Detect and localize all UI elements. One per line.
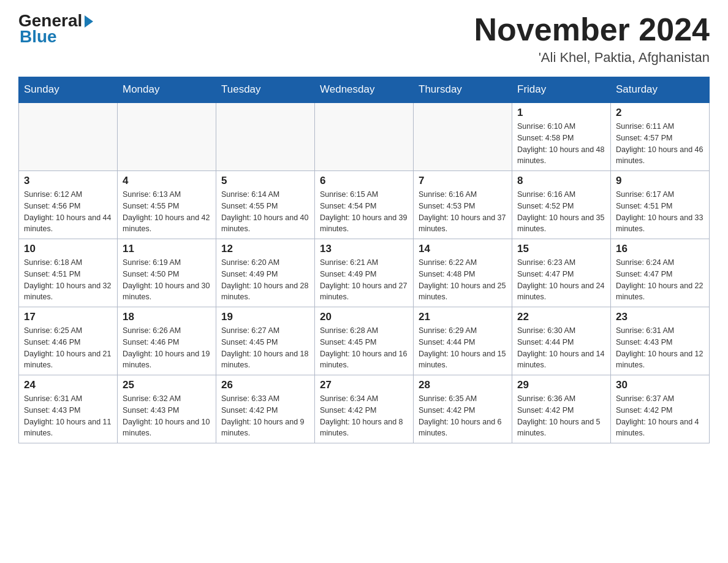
day-sun-info: Sunrise: 6:27 AM Sunset: 4:45 PM Dayligh… bbox=[221, 325, 309, 371]
calendar-cell: 28Sunrise: 6:35 AM Sunset: 4:42 PM Dayli… bbox=[414, 375, 512, 443]
day-sun-info: Sunrise: 6:16 AM Sunset: 4:52 PM Dayligh… bbox=[517, 189, 605, 235]
day-sun-info: Sunrise: 6:22 AM Sunset: 4:48 PM Dayligh… bbox=[419, 257, 507, 303]
logo: General Blue bbox=[18, 12, 93, 47]
weekday-header-friday: Friday bbox=[512, 77, 611, 103]
weekday-header-wednesday: Wednesday bbox=[315, 77, 414, 103]
day-sun-info: Sunrise: 6:31 AM Sunset: 4:43 PM Dayligh… bbox=[616, 325, 704, 371]
day-number: 5 bbox=[221, 175, 309, 187]
month-year-title: November 2024 bbox=[474, 12, 710, 47]
calendar-week-row: 17Sunrise: 6:25 AM Sunset: 4:46 PM Dayli… bbox=[19, 307, 710, 375]
calendar-cell: 4Sunrise: 6:13 AM Sunset: 4:55 PM Daylig… bbox=[118, 171, 216, 239]
day-number: 4 bbox=[123, 175, 211, 187]
day-number: 19 bbox=[221, 311, 309, 323]
day-number: 3 bbox=[24, 175, 112, 187]
calendar-week-row: 24Sunrise: 6:31 AM Sunset: 4:43 PM Dayli… bbox=[19, 375, 710, 443]
logo-arrow-icon bbox=[85, 15, 93, 28]
day-number: 29 bbox=[517, 379, 605, 391]
day-sun-info: Sunrise: 6:36 AM Sunset: 4:42 PM Dayligh… bbox=[517, 393, 605, 439]
calendar-cell: 6Sunrise: 6:15 AM Sunset: 4:54 PM Daylig… bbox=[315, 171, 414, 239]
weekday-header-row: SundayMondayTuesdayWednesdayThursdayFrid… bbox=[19, 77, 710, 103]
calendar-table: SundayMondayTuesdayWednesdayThursdayFrid… bbox=[18, 77, 710, 443]
calendar-cell: 22Sunrise: 6:30 AM Sunset: 4:44 PM Dayli… bbox=[512, 307, 611, 375]
calendar-cell: 14Sunrise: 6:22 AM Sunset: 4:48 PM Dayli… bbox=[414, 239, 512, 307]
day-sun-info: Sunrise: 6:26 AM Sunset: 4:46 PM Dayligh… bbox=[123, 325, 211, 371]
calendar-cell: 17Sunrise: 6:25 AM Sunset: 4:46 PM Dayli… bbox=[19, 307, 118, 375]
weekday-header-tuesday: Tuesday bbox=[216, 77, 315, 103]
day-sun-info: Sunrise: 6:19 AM Sunset: 4:50 PM Dayligh… bbox=[123, 257, 211, 303]
day-sun-info: Sunrise: 6:11 AM Sunset: 4:57 PM Dayligh… bbox=[616, 121, 704, 167]
day-number: 13 bbox=[320, 243, 408, 255]
calendar-cell bbox=[414, 102, 512, 171]
day-number: 26 bbox=[221, 379, 309, 391]
day-number: 22 bbox=[517, 311, 605, 323]
calendar-cell: 7Sunrise: 6:16 AM Sunset: 4:53 PM Daylig… bbox=[414, 171, 512, 239]
day-sun-info: Sunrise: 6:28 AM Sunset: 4:45 PM Dayligh… bbox=[320, 325, 408, 371]
day-number: 7 bbox=[419, 175, 507, 187]
calendar-cell: 12Sunrise: 6:20 AM Sunset: 4:49 PM Dayli… bbox=[216, 239, 315, 307]
day-number: 14 bbox=[419, 243, 507, 255]
location-subtitle: 'Ali Khel, Paktia, Afghanistan bbox=[474, 50, 710, 66]
page-header: General Blue November 2024 'Ali Khel, Pa… bbox=[18, 12, 710, 66]
day-sun-info: Sunrise: 6:14 AM Sunset: 4:55 PM Dayligh… bbox=[221, 189, 309, 235]
day-number: 20 bbox=[320, 311, 408, 323]
calendar-cell: 27Sunrise: 6:34 AM Sunset: 4:42 PM Dayli… bbox=[315, 375, 414, 443]
day-number: 27 bbox=[320, 379, 408, 391]
calendar-cell: 20Sunrise: 6:28 AM Sunset: 4:45 PM Dayli… bbox=[315, 307, 414, 375]
calendar-cell: 26Sunrise: 6:33 AM Sunset: 4:42 PM Dayli… bbox=[216, 375, 315, 443]
day-number: 18 bbox=[123, 311, 211, 323]
day-number: 1 bbox=[517, 107, 605, 119]
day-sun-info: Sunrise: 6:18 AM Sunset: 4:51 PM Dayligh… bbox=[24, 257, 112, 303]
day-number: 8 bbox=[517, 175, 605, 187]
day-number: 10 bbox=[24, 243, 112, 255]
day-sun-info: Sunrise: 6:15 AM Sunset: 4:54 PM Dayligh… bbox=[320, 189, 408, 235]
day-number: 28 bbox=[419, 379, 507, 391]
day-sun-info: Sunrise: 6:37 AM Sunset: 4:42 PM Dayligh… bbox=[616, 393, 704, 439]
day-number: 12 bbox=[221, 243, 309, 255]
calendar-cell: 1Sunrise: 6:10 AM Sunset: 4:58 PM Daylig… bbox=[512, 102, 611, 171]
calendar-cell: 29Sunrise: 6:36 AM Sunset: 4:42 PM Dayli… bbox=[512, 375, 611, 443]
day-sun-info: Sunrise: 6:21 AM Sunset: 4:49 PM Dayligh… bbox=[320, 257, 408, 303]
calendar-cell: 24Sunrise: 6:31 AM Sunset: 4:43 PM Dayli… bbox=[19, 375, 118, 443]
calendar-week-row: 10Sunrise: 6:18 AM Sunset: 4:51 PM Dayli… bbox=[19, 239, 710, 307]
day-sun-info: Sunrise: 6:13 AM Sunset: 4:55 PM Dayligh… bbox=[123, 189, 211, 235]
calendar-cell: 23Sunrise: 6:31 AM Sunset: 4:43 PM Dayli… bbox=[611, 307, 710, 375]
day-sun-info: Sunrise: 6:30 AM Sunset: 4:44 PM Dayligh… bbox=[517, 325, 605, 371]
day-number: 25 bbox=[123, 379, 211, 391]
day-sun-info: Sunrise: 6:33 AM Sunset: 4:42 PM Dayligh… bbox=[221, 393, 309, 439]
day-sun-info: Sunrise: 6:31 AM Sunset: 4:43 PM Dayligh… bbox=[24, 393, 112, 439]
calendar-week-row: 1Sunrise: 6:10 AM Sunset: 4:58 PM Daylig… bbox=[19, 102, 710, 171]
day-sun-info: Sunrise: 6:34 AM Sunset: 4:42 PM Dayligh… bbox=[320, 393, 408, 439]
calendar-cell: 11Sunrise: 6:19 AM Sunset: 4:50 PM Dayli… bbox=[118, 239, 216, 307]
calendar-cell: 9Sunrise: 6:17 AM Sunset: 4:51 PM Daylig… bbox=[611, 171, 710, 239]
title-section: November 2024 'Ali Khel, Paktia, Afghani… bbox=[474, 12, 710, 66]
day-sun-info: Sunrise: 6:10 AM Sunset: 4:58 PM Dayligh… bbox=[517, 121, 605, 167]
day-sun-info: Sunrise: 6:29 AM Sunset: 4:44 PM Dayligh… bbox=[419, 325, 507, 371]
calendar-cell: 18Sunrise: 6:26 AM Sunset: 4:46 PM Dayli… bbox=[118, 307, 216, 375]
calendar-cell: 15Sunrise: 6:23 AM Sunset: 4:47 PM Dayli… bbox=[512, 239, 611, 307]
day-sun-info: Sunrise: 6:25 AM Sunset: 4:46 PM Dayligh… bbox=[24, 325, 112, 371]
day-sun-info: Sunrise: 6:23 AM Sunset: 4:47 PM Dayligh… bbox=[517, 257, 605, 303]
day-number: 2 bbox=[616, 107, 704, 119]
day-number: 23 bbox=[616, 311, 704, 323]
calendar-cell: 5Sunrise: 6:14 AM Sunset: 4:55 PM Daylig… bbox=[216, 171, 315, 239]
calendar-cell: 21Sunrise: 6:29 AM Sunset: 4:44 PM Dayli… bbox=[414, 307, 512, 375]
calendar-cell bbox=[216, 102, 315, 171]
calendar-cell bbox=[19, 102, 118, 171]
day-number: 16 bbox=[616, 243, 704, 255]
calendar-cell: 2Sunrise: 6:11 AM Sunset: 4:57 PM Daylig… bbox=[611, 102, 710, 171]
calendar-cell: 16Sunrise: 6:24 AM Sunset: 4:47 PM Dayli… bbox=[611, 239, 710, 307]
day-sun-info: Sunrise: 6:17 AM Sunset: 4:51 PM Dayligh… bbox=[616, 189, 704, 235]
day-number: 30 bbox=[616, 379, 704, 391]
calendar-cell: 10Sunrise: 6:18 AM Sunset: 4:51 PM Dayli… bbox=[19, 239, 118, 307]
logo-text-blue: Blue bbox=[20, 27, 57, 47]
day-number: 21 bbox=[419, 311, 507, 323]
weekday-header-thursday: Thursday bbox=[414, 77, 512, 103]
day-sun-info: Sunrise: 6:32 AM Sunset: 4:43 PM Dayligh… bbox=[123, 393, 211, 439]
weekday-header-sunday: Sunday bbox=[19, 77, 118, 103]
calendar-week-row: 3Sunrise: 6:12 AM Sunset: 4:56 PM Daylig… bbox=[19, 171, 710, 239]
day-sun-info: Sunrise: 6:12 AM Sunset: 4:56 PM Dayligh… bbox=[24, 189, 112, 235]
day-sun-info: Sunrise: 6:24 AM Sunset: 4:47 PM Dayligh… bbox=[616, 257, 704, 303]
day-number: 17 bbox=[24, 311, 112, 323]
calendar-cell bbox=[315, 102, 414, 171]
calendar-cell: 13Sunrise: 6:21 AM Sunset: 4:49 PM Dayli… bbox=[315, 239, 414, 307]
